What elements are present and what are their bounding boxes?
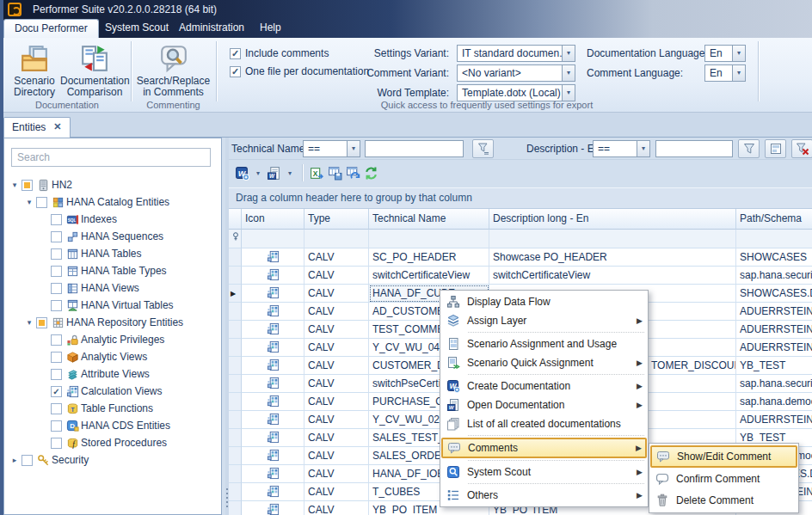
- cell-type[interactable]: CALV: [304, 447, 369, 465]
- tree-checkbox[interactable]: [36, 197, 47, 208]
- clear-filter-button[interactable]: [791, 139, 812, 158]
- search-input[interactable]: [11, 148, 211, 167]
- tab-entities[interactable]: Entities ✕: [3, 117, 71, 138]
- tree-item-hana-views[interactable]: HANA Views: [4, 279, 221, 297]
- collapse-icon[interactable]: ▾: [22, 318, 36, 327]
- cell-path-schema[interactable]: sap.hana.security: [736, 375, 812, 393]
- cell-type[interactable]: CALV: [304, 411, 369, 429]
- cell-type[interactable]: CALV: [304, 285, 369, 303]
- description-filter-input[interactable]: [655, 140, 733, 157]
- filter-options-button[interactable]: [472, 139, 494, 158]
- scenario-directory-button[interactable]: Scenario Directory: [8, 44, 61, 98]
- tree-checkbox[interactable]: [51, 283, 62, 294]
- filter-cell[interactable]: [304, 230, 369, 248]
- one-file-per-doc-checkbox[interactable]: ✓ One file per documentation: [230, 65, 369, 77]
- close-icon[interactable]: ✕: [53, 121, 61, 138]
- tab-docu-performer[interactable]: Docu Performer: [3, 19, 99, 38]
- tree-checkbox[interactable]: [51, 214, 62, 225]
- menu-item-scenario-assignment-and-usage[interactable]: Scenario Assignment and Usage: [440, 334, 648, 353]
- tree-item-indexes[interactable]: SQLIndexes: [4, 211, 221, 228]
- filter-cell[interactable]: [369, 230, 489, 248]
- cell-path-schema[interactable]: ADUERRSTEIN_TE: [736, 339, 812, 357]
- cell-path-schema[interactable]: sap.hana.security: [736, 267, 812, 285]
- tree-item-hana-virtual-tables[interactable]: HANA Virtual Tables: [4, 297, 221, 314]
- table-row[interactable]: CALVswitchCertificateViewswitchCertifica…: [229, 267, 812, 285]
- chevron-down-icon[interactable]: ▾: [563, 64, 575, 82]
- cell-path-schema[interactable]: YB_TEST: [736, 357, 812, 375]
- cell-type[interactable]: CALV: [304, 248, 369, 267]
- cell-type[interactable]: CALV: [304, 357, 369, 375]
- menu-item-system-scout[interactable]: System Scout▶: [440, 463, 648, 481]
- table-save-button[interactable]: [328, 166, 342, 181]
- cell-technical-name[interactable]: switchCertificateView: [369, 267, 489, 285]
- tree-checkbox[interactable]: [51, 420, 62, 432]
- tree-checkbox[interactable]: [22, 180, 33, 191]
- description-operator-combo[interactable]: == ▾: [593, 140, 650, 157]
- chevron-down-icon[interactable]: ▾: [288, 169, 292, 177]
- cell-type[interactable]: CALV: [304, 393, 369, 411]
- excel-export-button[interactable]: X: [310, 166, 324, 181]
- tree-item-hana-tables[interactable]: HANA Tables: [4, 245, 221, 262]
- layout-button[interactable]: [765, 139, 786, 158]
- menu-item-comments[interactable]: Comments▶: [441, 438, 647, 458]
- cell-path-schema[interactable]: ADUERRSTEIN_TE: [736, 303, 812, 321]
- tab-system-scout[interactable]: System Scout: [95, 19, 179, 38]
- tree-item-table-functions[interactable]: TTable Functions: [4, 400, 221, 417]
- tree-item-calculation-views[interactable]: ✓Calculation Views: [4, 383, 221, 400]
- tree-item-hana-cds-entities[interactable]: DHANA CDS Entities: [4, 417, 221, 434]
- tree-item-hana-repository-entities[interactable]: ▾HANA Repository Entities: [4, 314, 221, 331]
- cell-path-schema[interactable]: SHOWCASES.DAT: [736, 285, 812, 303]
- search-replace-comments-button[interactable]: Search/Replace in Comments: [132, 44, 214, 98]
- settings-variant-combo[interactable]: IT standard documen... ▾: [457, 45, 575, 62]
- menu-item-assign-layer[interactable]: Assign Layer▶: [440, 311, 648, 330]
- technical-name-filter-input[interactable]: [365, 140, 464, 157]
- menu-item-confirm-comment[interactable]: Confirm Comment: [649, 468, 798, 489]
- filter-cell[interactable]: [736, 230, 812, 248]
- comment-variant-combo[interactable]: <No variant> ▾: [457, 64, 575, 82]
- tab-help[interactable]: Help: [249, 19, 292, 38]
- tree-item-attribute-views[interactable]: Attribute Views: [4, 365, 221, 383]
- filter-cell[interactable]: [242, 230, 304, 248]
- menu-item-show-edit-comment[interactable]: Show/Edit Comment: [650, 445, 797, 468]
- column-header-icon[interactable]: Icon: [242, 209, 304, 230]
- tree-checkbox[interactable]: [36, 317, 47, 328]
- chevron-down-icon[interactable]: ▾: [563, 45, 575, 62]
- menu-item-delete-comment[interactable]: Delete Comment: [649, 489, 798, 511]
- word-doc-button[interactable]: W: [267, 166, 281, 181]
- cell-type[interactable]: CALV: [304, 339, 369, 357]
- cell-path-schema[interactable]: ADUERRSTEIN_TE: [736, 321, 812, 339]
- chevron-down-icon[interactable]: ▾: [348, 140, 360, 157]
- tree-checkbox[interactable]: ✓: [51, 386, 62, 397]
- grid-filter-row[interactable]: [229, 230, 812, 248]
- cell-technical-name[interactable]: SC_PO_HEADER: [369, 248, 489, 267]
- cell-path-schema[interactable]: SHOWCASES: [736, 248, 812, 267]
- sync-button[interactable]: [364, 166, 378, 181]
- cell-type[interactable]: CALV: [304, 303, 369, 321]
- tree-item-hana-catalog-entities[interactable]: ▾HANA Catalog Entities: [4, 193, 221, 211]
- cell-type[interactable]: CALV: [304, 375, 369, 393]
- cell-path-schema[interactable]: sap.hana.democo: [736, 393, 812, 411]
- word-template-combo[interactable]: Template.dotx (Local) ▾: [457, 84, 575, 101]
- tree-item-hana-table-types[interactable]: HANA Table Types: [4, 262, 221, 279]
- menu-item-open-documentation[interactable]: WOpen Documentation▶: [440, 395, 648, 414]
- tree-item-hn2[interactable]: ▾HN2: [4, 176, 221, 193]
- documentation-language-combo[interactable]: En ▾: [704, 45, 746, 62]
- cell-type[interactable]: CALV: [304, 267, 369, 285]
- tree-item-analytic-views[interactable]: Analytic Views: [4, 348, 221, 365]
- tree-item-stored-procedures[interactable]: fStored Procedures: [4, 434, 221, 451]
- chevron-down-icon[interactable]: ▾: [733, 45, 746, 62]
- cell-type[interactable]: CALV: [304, 483, 369, 501]
- table-row[interactable]: CALVSC_PO_HEADERShowcase PO_HEADERSHOWCA…: [229, 248, 812, 267]
- menu-item-create-documentation[interactable]: WCreate Documentation▶: [440, 377, 648, 395]
- cell-type[interactable]: CALV: [304, 465, 369, 483]
- apply-filter-button[interactable]: [738, 139, 760, 158]
- menu-item-list-of-all-created-documentations[interactable]: List of all created documentations: [440, 414, 648, 433]
- cell-type[interactable]: CALV: [304, 429, 369, 447]
- filter-cell[interactable]: [489, 230, 736, 248]
- column-header-path-schema[interactable]: Path/Schema: [736, 209, 812, 230]
- expand-icon[interactable]: ▸: [8, 456, 22, 464]
- cell-path-schema[interactable]: ADUERRSTEIN_TE: [736, 411, 812, 429]
- cell-description[interactable]: switchCertificateView: [489, 267, 736, 285]
- tree-checkbox[interactable]: [51, 248, 62, 260]
- column-header-description[interactable]: Description long - En: [489, 209, 736, 230]
